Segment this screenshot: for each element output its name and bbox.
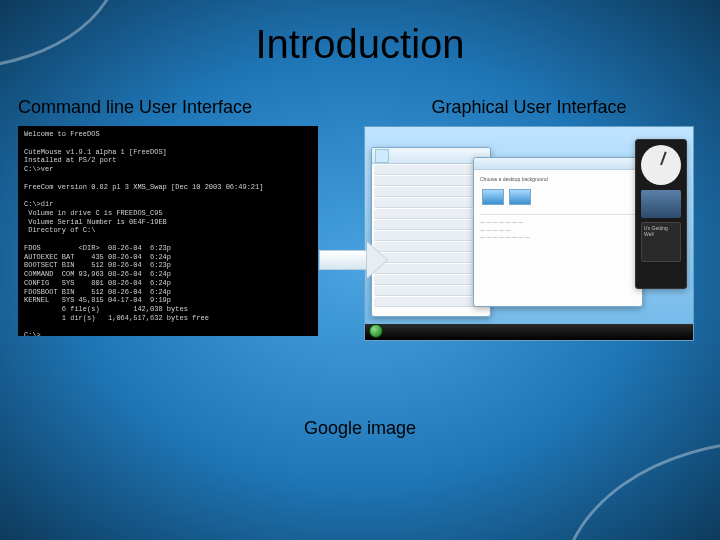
taskbar bbox=[365, 324, 693, 340]
start-menu-item bbox=[374, 198, 488, 208]
right-column: Graphical User Interface bbox=[364, 97, 694, 341]
wallpaper-thumb bbox=[509, 189, 531, 205]
sidebar-gadgets: It's Getting Well bbox=[635, 139, 687, 289]
control-panel-window: Choose a desktop background — — — — — — … bbox=[473, 157, 643, 307]
feed-gadget-text: It's Getting Well bbox=[644, 225, 668, 237]
window-titlebar bbox=[474, 158, 642, 170]
start-menu-item bbox=[374, 176, 488, 186]
start-menu-item bbox=[374, 275, 488, 285]
content-columns: Command line User Interface Welcome to F… bbox=[0, 67, 720, 341]
left-column: Command line User Interface Welcome to F… bbox=[18, 97, 318, 341]
slide-title: Introduction bbox=[0, 0, 720, 67]
start-menu-item bbox=[374, 209, 488, 219]
start-menu-item bbox=[374, 220, 488, 230]
arrow-body bbox=[319, 250, 367, 270]
start-menu-item bbox=[374, 286, 488, 296]
image-caption: Google image bbox=[0, 418, 720, 439]
start-menu-item bbox=[374, 165, 488, 175]
arrow-head-icon bbox=[367, 242, 387, 278]
window-hint: Choose a desktop background bbox=[480, 176, 636, 184]
cli-screenshot: Welcome to FreeDOS CuteMouse v1.9.1 alph… bbox=[18, 126, 318, 336]
cli-label: Command line User Interface bbox=[18, 97, 318, 118]
clock-gadget-icon bbox=[641, 145, 681, 185]
cli-text: Welcome to FreeDOS CuteMouse v1.9.1 alph… bbox=[24, 130, 263, 336]
gui-screenshot: Choose a desktop background — — — — — — … bbox=[364, 126, 694, 341]
start-menu-item bbox=[374, 264, 488, 274]
photo-gadget bbox=[641, 190, 681, 218]
user-avatar-icon bbox=[375, 149, 389, 163]
start-button-icon bbox=[369, 324, 383, 338]
transition-arrow bbox=[318, 240, 388, 280]
start-menu-item bbox=[374, 187, 488, 197]
decor-arc-bottom-right bbox=[560, 440, 720, 540]
wallpaper-thumb bbox=[482, 189, 504, 205]
start-menu-item bbox=[374, 253, 488, 263]
slide: Introduction Command line User Interface… bbox=[0, 0, 720, 540]
start-menu-item bbox=[374, 297, 488, 307]
gui-label: Graphical User Interface bbox=[364, 97, 694, 118]
start-menu-item bbox=[374, 242, 488, 252]
feed-gadget: It's Getting Well bbox=[641, 222, 681, 262]
start-menu-item bbox=[374, 231, 488, 241]
window-body: Choose a desktop background — — — — — — … bbox=[474, 170, 642, 248]
